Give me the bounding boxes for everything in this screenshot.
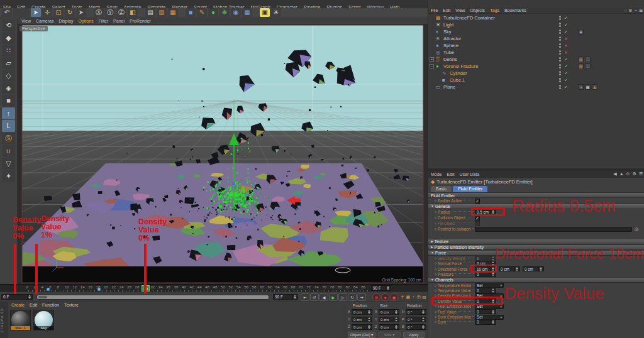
frame-tick-70[interactable]: 70: [299, 285, 303, 289]
object-name[interactable]: Tube: [443, 49, 454, 56]
coords-position-x-field[interactable]: 0 cm: [352, 309, 372, 315]
enabled-check-icon[interactable]: ✓: [564, 21, 568, 28]
section-channels[interactable]: ▼Channels: [428, 277, 644, 283]
tab-basic[interactable]: Basic: [431, 186, 452, 192]
record-button[interactable]: ●: [381, 293, 389, 301]
key-rotation-button[interactable]: ◔: [411, 293, 416, 301]
tfd-emitter-tag[interactable]: ▨: [578, 63, 584, 69]
material-mat-1[interactable]: Mat. 1: [10, 310, 31, 330]
editor-visibility-dot[interactable]: [559, 36, 561, 38]
add-mograph-icon[interactable]: ❋: [219, 8, 230, 17]
frame-tick-60[interactable]: 60: [260, 285, 264, 289]
render-picture-viewer-icon[interactable]: ▥: [157, 8, 167, 17]
object-name[interactable]: Cube.1: [450, 77, 465, 84]
plane-icon[interactable]: ▽: [2, 158, 15, 170]
coords-size-y-field[interactable]: 0 cm: [379, 317, 399, 322]
am-back-icon[interactable]: ◀: [613, 172, 616, 177]
restrict-to-polygon-selections-input[interactable]: [475, 227, 632, 232]
frame-tick-84[interactable]: 84: [353, 285, 358, 289]
add-light-icon[interactable]: ☀: [271, 8, 281, 17]
om-menu-objects[interactable]: Objects: [467, 8, 487, 14]
expander-icon[interactable]: +: [430, 57, 434, 62]
rotate-tool-icon[interactable]: ↻: [65, 8, 75, 17]
directional-force-field[interactable]: 10 cm: [475, 266, 496, 271]
camera-label[interactable]: Perspective: [19, 26, 48, 31]
coords-size-z-field[interactable]: 0 cm: [379, 324, 399, 330]
add-cube-icon[interactable]: ■: [186, 8, 196, 17]
editor-visibility-dot[interactable]: [559, 23, 561, 25]
viewport-menu-display[interactable]: Display: [56, 18, 75, 24]
frame-tick-34[interactable]: 34: [158, 285, 163, 289]
add-camera-icon[interactable]: ▣: [260, 8, 270, 17]
frame-tick-10[interactable]: 10: [65, 285, 69, 289]
burn-emission-mode-dropdown[interactable]: Set▾: [475, 315, 504, 320]
render-visibility-dot[interactable]: [559, 39, 561, 41]
temperature-value-field[interactable]: 0: [475, 288, 496, 293]
render-visibility-dot[interactable]: [559, 53, 561, 55]
frame-tick-58[interactable]: 58: [252, 285, 257, 289]
frame-tick-36[interactable]: 36: [166, 285, 170, 289]
frame-tick-82[interactable]: 82: [345, 285, 350, 289]
object-item-plane[interactable]: ▭Plane✓◑▦▲: [428, 84, 644, 90]
object-name[interactable]: Debris: [443, 56, 457, 63]
normal-force-field[interactable]: 0 cm: [475, 261, 496, 266]
editor-visibility-dot[interactable]: [559, 50, 561, 52]
am-up-icon[interactable]: ▲: [619, 172, 624, 177]
frame-tick-28[interactable]: 28: [135, 285, 140, 289]
goto-end-button[interactable]: ⇥: [357, 293, 366, 301]
material-menu-create[interactable]: Create: [9, 302, 27, 308]
points-mode-icon[interactable]: ◇: [2, 70, 15, 82]
viewport-menu-filter[interactable]: Filter: [96, 18, 111, 24]
viewport-menu-prorender[interactable]: ProRender: [127, 18, 153, 24]
frame-tick-2[interactable]: 2: [33, 285, 35, 289]
workplane-icon[interactable]: L: [2, 120, 15, 132]
workplane-mode-icon[interactable]: ▱: [2, 57, 15, 69]
object-item-light[interactable]: ☀Light✓: [428, 21, 644, 28]
am-menu-edit[interactable]: Edit: [445, 171, 457, 178]
timeline-ruler[interactable]: 90 F 02468101214161820222426283032343638…: [0, 284, 428, 292]
add-spline-icon[interactable]: ✎: [197, 8, 207, 17]
frame-tick-80[interactable]: 80: [338, 285, 342, 289]
am-picker-icon[interactable]: ⊙: [626, 172, 630, 177]
key-scale-button[interactable]: ▦: [406, 293, 411, 301]
frame-tick-74[interactable]: 74: [314, 285, 319, 289]
object-item-attractor[interactable]: ✳Attractor✕: [428, 35, 644, 42]
frame-tick-66[interactable]: 66: [283, 285, 287, 289]
keyframe-marker[interactable]: [47, 288, 50, 291]
object-name[interactable]: Sphere: [443, 42, 458, 49]
enabled-check-icon[interactable]: ✓: [564, 14, 568, 21]
render-visibility-dot[interactable]: [559, 18, 561, 20]
burn-field[interactable]: 0: [475, 320, 496, 325]
frame-tick-76[interactable]: 76: [322, 285, 326, 289]
x-axis-lock-icon[interactable]: Ⓧ: [94, 8, 104, 17]
frame-tick-56[interactable]: 56: [244, 285, 248, 289]
next-frame-button[interactable]: ▷: [338, 293, 347, 301]
om-minimize-icon[interactable]: −: [635, 8, 637, 13]
radius-field[interactable]: 0.5 cm: [475, 210, 496, 215]
selection-tag[interactable]: ▲: [592, 84, 597, 90]
emitter-active-checkbox[interactable]: ✓: [475, 199, 480, 204]
disabled-cross-icon[interactable]: ✕: [564, 35, 568, 42]
recent-tool-slot[interactable]: [13, 8, 30, 17]
editor-visibility-dot[interactable]: [559, 85, 561, 87]
render-settings-icon[interactable]: ▦: [168, 8, 178, 17]
density-value-field[interactable]: 0: [475, 298, 496, 303]
object-name[interactable]: Plane: [443, 84, 455, 90]
density-emission-mode-dropdown[interactable]: Set▾: [475, 293, 504, 298]
frame-tick-22[interactable]: 22: [111, 285, 116, 289]
om-menu-tags[interactable]: Tags: [487, 8, 502, 14]
object-item-debris[interactable]: +▒Debris✓▨∴: [428, 56, 644, 63]
om-menu-file[interactable]: File: [428, 8, 440, 14]
om-menu-edit[interactable]: Edit: [440, 8, 453, 14]
frame-tick-72[interactable]: 72: [306, 285, 311, 289]
expander-icon[interactable]: −: [430, 64, 434, 68]
frame-tick-12[interactable]: 12: [72, 285, 77, 289]
directional-force-extra-field[interactable]: 0 cm: [523, 266, 544, 271]
coords-size-x-field[interactable]: 0 cm: [379, 309, 399, 315]
material-menu-edit[interactable]: Edit: [27, 302, 40, 308]
om-panel-menu-icon[interactable]: ☰: [639, 8, 643, 13]
material-sky[interactable]: Sky: [33, 310, 54, 330]
om-menu-bookmarks[interactable]: Bookmarks: [502, 8, 529, 14]
add-generator-icon[interactable]: ●: [208, 8, 218, 17]
object-name[interactable]: Light: [443, 21, 453, 28]
